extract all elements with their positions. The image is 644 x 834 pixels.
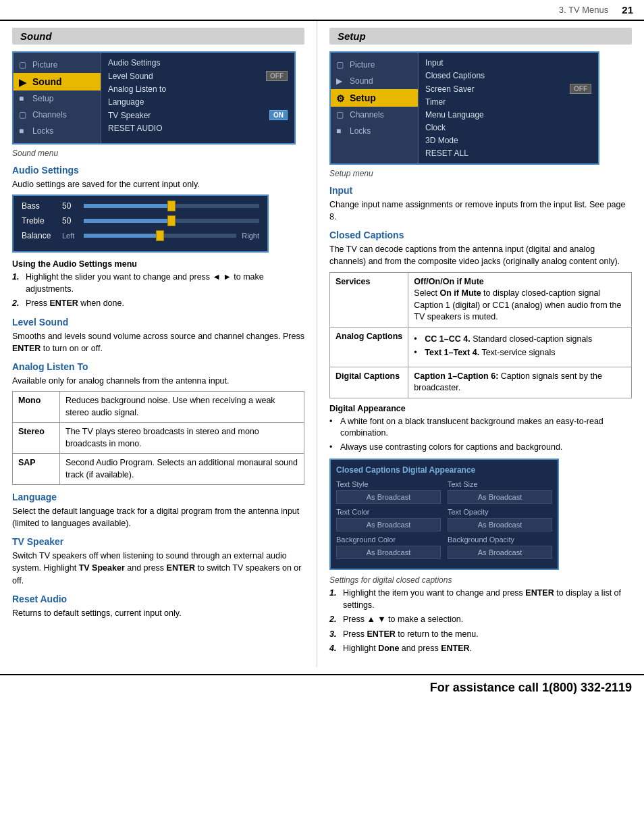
treble-value: 50 <box>62 216 78 226</box>
audio-instructions-list: 1. Highlight the slider you want to chan… <box>12 271 304 310</box>
channels-icon: ▢ <box>19 110 30 120</box>
cc-col-bg-color: Background Color As Broadcast <box>336 536 441 559</box>
bass-track[interactable] <box>84 204 259 208</box>
cc-row-services: Services Off/On/On if Mute Select On if … <box>330 272 632 327</box>
services-desc: Off/On/On if Mute Select On if Mute to d… <box>408 272 632 327</box>
left-column: Sound ▢ Picture ▶ Sound ■ Setup ▢ <box>0 21 317 667</box>
mono-label: Mono <box>13 392 60 423</box>
bullet-dot-2: • <box>414 347 421 359</box>
balance-track[interactable] <box>84 234 236 238</box>
audio-instructions-title: Using the Audio Settings menu <box>12 259 304 269</box>
bg-color-value: As Broadcast <box>336 546 441 559</box>
balance-label: Balance <box>22 231 57 240</box>
menu-item-channels: ▢ Channels <box>14 107 101 123</box>
locks-icon: ■ <box>19 126 30 136</box>
cc-instruction-2: 2. Press ▲ ▼ to make a selection. <box>329 614 632 626</box>
page-header: 3. TV Menus 21 <box>0 0 644 21</box>
setup-icon: ■ <box>19 94 30 103</box>
text-style-value: As Broadcast <box>336 490 441 504</box>
analog-listen-body: Available only for analog channels from … <box>12 375 304 387</box>
menu-item-picture: ▢ Picture <box>14 57 101 73</box>
bass-fill <box>84 204 171 208</box>
setup-row-clock: Clock <box>425 123 591 132</box>
cc-box-title: Closed Captions Digital Appearance <box>336 465 552 475</box>
setup-menu-item-picture: ▢ Picture <box>331 57 418 73</box>
text-color-label: Text Color <box>336 508 441 516</box>
text-size-label: Text Size <box>448 480 552 488</box>
sound-menu-screenshot: ▢ Picture ▶ Sound ■ Setup ▢ Channels ■ <box>12 51 296 145</box>
setup-row-3d-mode: 3D Mode <box>425 136 591 145</box>
treble-thumb[interactable] <box>167 215 176 226</box>
setup-row-menu-language: Menu Language <box>425 110 591 120</box>
balance-fill <box>84 234 160 238</box>
level-sound-body: Smooths and levels sound volume across s… <box>12 330 304 355</box>
da-bullet-2: • Always use contrasting colors for capt… <box>329 442 632 454</box>
setup-row-timer: Timer <box>425 97 591 107</box>
stereo-desc: The TV plays stereo broadcasts in stereo… <box>60 423 304 454</box>
da-dot-2: • <box>329 442 336 454</box>
analog-listen-table: Mono Reduces background noise. Use when … <box>12 391 304 485</box>
bullet-dot-1: • <box>414 334 421 346</box>
menu-item-setup: ■ Setup <box>14 90 101 107</box>
cc-appearance-box: Closed Captions Digital Appearance Text … <box>329 459 559 570</box>
setup-menu-item-sound: ▶ Sound <box>331 73 418 89</box>
analog-captions-label: Analog Captions <box>330 327 408 367</box>
bg-color-label: Background Color <box>336 536 441 544</box>
bass-label: Bass <box>22 201 57 211</box>
da-bullet-1: • A white font on a black translucent ba… <box>329 416 632 440</box>
menu-item-locks: ■ Locks <box>14 123 101 139</box>
setup-menu-item-setup-selected: ⚙ Setup <box>331 89 418 107</box>
sound-menu-caption: Sound menu <box>12 149 304 158</box>
digital-appearance-bullets: • A white font on a black translucent ba… <box>329 416 632 454</box>
cc-row-bg: Background Color As Broadcast Background… <box>336 536 552 559</box>
digital-captions-desc: Caption 1–Caption 6: Caption signals sen… <box>408 367 632 398</box>
level-sound-title: Level Sound <box>12 317 304 328</box>
treble-fill <box>84 219 171 223</box>
bass-value: 50 <box>62 201 78 211</box>
bg-opacity-value: As Broadcast <box>448 546 552 559</box>
setup-locks-icon: ■ <box>336 126 347 136</box>
instruction-1: 1. Highlight the slider you want to chan… <box>12 271 304 295</box>
balance-left-label: Left <box>62 232 78 240</box>
cc-instruction-4: 4. Highlight Done and press ENTER. <box>329 643 632 655</box>
setup-menu-item-channels: ▢ Channels <box>331 107 418 123</box>
cc-appearance-caption: Settings for digital closed captions <box>329 575 632 585</box>
cc-col-text-color: Text Color As Broadcast <box>336 508 441 531</box>
sound-menu-left: ▢ Picture ▶ Sound ■ Setup ▢ Channels ■ <box>14 53 101 143</box>
right-column: Setup ▢ Picture ▶ Sound ⚙ Setup ▢ <box>317 21 644 667</box>
setup-menu-caption: Setup menu <box>329 169 632 178</box>
digital-captions-label: Digital Captions <box>330 367 408 398</box>
analog-captions-desc: •CC 1–CC 4. Standard closed-caption sign… <box>408 327 632 367</box>
text-color-value: As Broadcast <box>336 518 441 531</box>
bass-thumb[interactable] <box>167 201 176 211</box>
chapter-title: 3. TV Menus <box>11 5 608 15</box>
cc-col-text-opacity: Text Opacity As Broadcast <box>448 508 552 531</box>
treble-slider-row: Treble 50 <box>22 216 259 226</box>
analog-listen-title: Analog Listen To <box>12 361 304 372</box>
menu-row-audio-settings: Audio Settings <box>108 58 288 68</box>
main-content: Sound ▢ Picture ▶ Sound ■ Setup ▢ <box>0 21 644 667</box>
balance-thumb[interactable] <box>156 230 164 241</box>
sound-section-header: Sound <box>12 28 304 45</box>
digital-appearance-title: Digital Appearance <box>329 404 632 413</box>
sound-icon: ▶ <box>19 77 30 86</box>
setup-row-screen-saver: Screen Saver OFF <box>425 84 591 94</box>
level-sound-badge: OFF <box>266 71 288 81</box>
menu-row-tv-speaker: TV Speaker ON <box>108 110 288 120</box>
text-opacity-label: Text Opacity <box>448 508 552 516</box>
cc-instructions-list: 1. Highlight the item you want to change… <box>329 588 632 655</box>
input-body: Change input name assignments or remove … <box>329 199 632 223</box>
balance-slider-row: Balance Left Right <box>22 231 259 240</box>
text-size-value: As Broadcast <box>448 490 552 504</box>
setup-row-reset-all: RESET ALL <box>425 149 591 158</box>
treble-track[interactable] <box>84 219 259 223</box>
menu-item-sound-selected: ▶ Sound <box>14 73 101 90</box>
language-title: Language <box>12 492 304 502</box>
table-row-mono: Mono Reduces background noise. Use when … <box>13 392 304 423</box>
da-dot-1: • <box>329 416 336 440</box>
closed-captions-title: Closed Captions <box>329 230 632 240</box>
footer-text: For assistance call 1(800) 332-2119 <box>430 681 632 694</box>
setup-row-closed-captions: Closed Captions <box>425 71 591 80</box>
language-body: Select the default language track for a … <box>12 505 304 529</box>
setup-row-input: Input <box>425 58 591 68</box>
